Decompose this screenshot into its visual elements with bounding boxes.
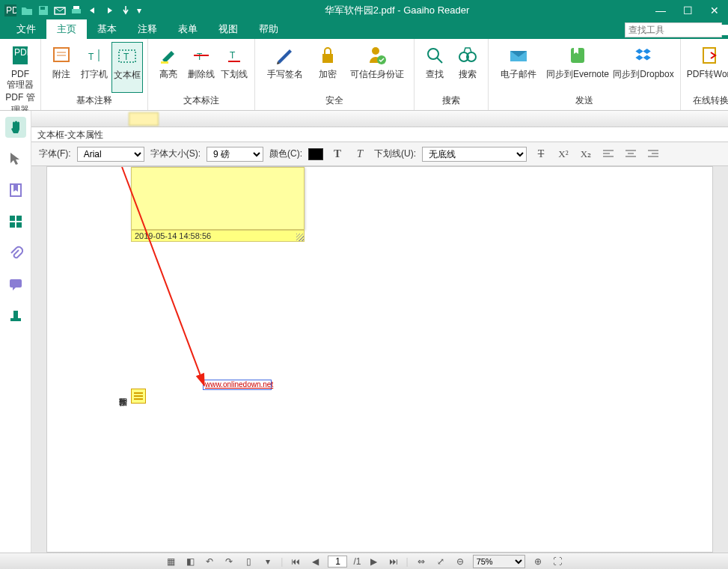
align-right-button[interactable] [645, 146, 661, 162]
page-number-input[interactable] [328, 556, 347, 568]
superscript-button[interactable]: X² [555, 146, 572, 162]
pdf-to-word-button[interactable]: PDF转Word [685, 42, 728, 93]
fit-width-icon[interactable]: ⇔ [415, 556, 428, 568]
attach-note-button[interactable]: 附注 [46, 42, 77, 93]
tab-basic[interactable]: 基本 [87, 19, 127, 39]
stamp-panel-button[interactable] [5, 305, 26, 326]
last-page-icon[interactable]: ⏭ [387, 556, 400, 568]
underline-select[interactable]: 无底线 [422, 147, 527, 162]
align-left-button[interactable] [600, 146, 617, 162]
zoom-in-icon[interactable]: ⊕ [531, 556, 545, 568]
zoom-out-icon[interactable]: ⊖ [453, 556, 467, 568]
maximize-button[interactable]: ☐ [674, 0, 701, 21]
bold-button[interactable]: T [329, 146, 346, 162]
tool-search-input[interactable] [625, 25, 728, 35]
tab-form[interactable]: 表单 [168, 19, 208, 39]
trusted-id-button[interactable]: 可信任身份证 [345, 42, 409, 93]
rotate-ccw-icon[interactable]: ↶ [203, 556, 216, 568]
tab-home[interactable]: 主页 [46, 19, 87, 39]
underline-label: 下划线(U): [374, 147, 416, 160]
rotate-cw-icon[interactable]: ↷ [222, 556, 236, 568]
select-tool-button[interactable] [5, 148, 26, 169]
single-page-icon[interactable]: ▯ [242, 556, 255, 568]
hand-tool-button[interactable] [5, 117, 26, 138]
size-select[interactable]: 9 磅 [207, 147, 263, 162]
comments-panel-button[interactable] [5, 274, 26, 295]
group-security: 手写签名 加密 可信任身份证 安全 [255, 39, 415, 110]
continuous-icon[interactable]: ▾ [261, 556, 275, 568]
mail-icon[interactable] [52, 3, 67, 18]
page-canvas[interactable]: 2019-05-14 14:58:56 华军软件园 www.onlinedown… [46, 166, 713, 553]
encrypt-button[interactable]: 加密 [312, 42, 343, 93]
view-mode-2-icon[interactable]: ◧ [183, 556, 197, 568]
strikethrough-icon: T [189, 43, 213, 67]
first-page-icon[interactable]: ⏮ [289, 556, 302, 568]
textbox-button[interactable]: T 文本框 [111, 42, 143, 93]
strikethrough-button[interactable]: T 删除线 [186, 42, 217, 93]
attachments-panel-button[interactable] [5, 243, 26, 264]
dropbox-button[interactable]: 同步到Dropbox [611, 42, 676, 93]
tab-view[interactable]: 视图 [208, 19, 248, 39]
strike-format-button[interactable]: T [533, 146, 549, 162]
fullscreen-icon[interactable]: ⛶ [551, 556, 564, 568]
group-text-markup: 高亮 T 删除线 T 下划线 文本标注 [148, 39, 255, 110]
svg-rect-34 [10, 222, 15, 228]
redo-icon[interactable] [102, 3, 117, 18]
pdf-doc-icon: PDF [8, 43, 32, 67]
textbox-annotation[interactable]: www.onlinedown.net [203, 380, 272, 390]
touch-icon[interactable] [118, 3, 133, 18]
dropbox-icon [631, 43, 655, 67]
tab-help[interactable]: 帮助 [248, 19, 289, 39]
svg-rect-35 [16, 222, 22, 228]
email-button[interactable]: 电子邮件 [493, 42, 544, 93]
fit-page-icon[interactable]: ⤢ [434, 556, 447, 568]
evernote-button[interactable]: 同步到Evernote [545, 42, 610, 93]
svg-rect-32 [10, 216, 15, 221]
size-label: 字体大小(S): [150, 147, 201, 160]
sticky-note-popup[interactable] [131, 167, 305, 230]
envelope-icon [507, 43, 530, 67]
svg-rect-9 [54, 48, 69, 61]
zoom-select[interactable]: 75% [473, 555, 525, 568]
color-swatch[interactable] [308, 148, 323, 160]
ribbon: PDF PDF 管理器 PDF 管理器 附注 T 打字机 T 文本框 基本注释 [0, 39, 728, 111]
tab-annot[interactable]: 注释 [127, 19, 168, 39]
undo-icon[interactable] [85, 3, 100, 18]
qat-dropdown-icon[interactable]: ▾ [135, 3, 144, 18]
app-icon[interactable]: PDF [3, 3, 18, 18]
evernote-icon [566, 43, 590, 67]
handwrite-sign-button[interactable]: 手写签名 [260, 42, 311, 93]
thumbnails-panel-button[interactable] [5, 211, 26, 232]
next-page-icon[interactable]: ▶ [367, 556, 381, 568]
prev-page-icon[interactable]: ◀ [308, 556, 322, 568]
svg-rect-30 [703, 48, 715, 63]
typewriter-icon: T [82, 43, 106, 67]
highlight-button[interactable]: 高亮 [153, 42, 184, 93]
document-tab[interactable] [129, 112, 159, 126]
close-button[interactable]: ✕ [701, 0, 728, 21]
find-button[interactable]: 查找 [419, 42, 450, 93]
font-label: 字体(F): [39, 147, 71, 160]
sticky-note-icon[interactable] [131, 389, 146, 404]
lock-icon [316, 43, 340, 67]
view-mode-1-icon[interactable]: ▦ [164, 556, 177, 568]
print-icon[interactable] [69, 3, 84, 18]
italic-button[interactable]: T [352, 146, 368, 162]
pdf-manager-button[interactable]: PDF PDF 管理器 [4, 42, 36, 90]
align-center-button[interactable] [623, 146, 639, 162]
open-icon[interactable] [19, 3, 34, 18]
tool-search[interactable]: 🔍 ▾ [625, 22, 722, 37]
search-button[interactable]: 搜索 [452, 42, 483, 93]
group-search: 查找 搜索 搜索 [415, 39, 489, 110]
subscript-button[interactable]: X₂ [578, 146, 594, 162]
typewriter-button[interactable]: T 打字机 [79, 42, 110, 93]
font-select[interactable]: Arial [77, 147, 144, 162]
svg-rect-38 [10, 318, 21, 321]
bookmark-panel-button[interactable] [5, 180, 26, 201]
svg-rect-33 [16, 216, 22, 221]
minimize-button[interactable]: — [647, 0, 674, 21]
tab-file[interactable]: 文件 [6, 19, 46, 39]
underline-button[interactable]: T 下划线 [218, 42, 250, 93]
save-icon[interactable] [36, 3, 51, 18]
quick-access-toolbar: PDF ▾ [0, 3, 147, 18]
